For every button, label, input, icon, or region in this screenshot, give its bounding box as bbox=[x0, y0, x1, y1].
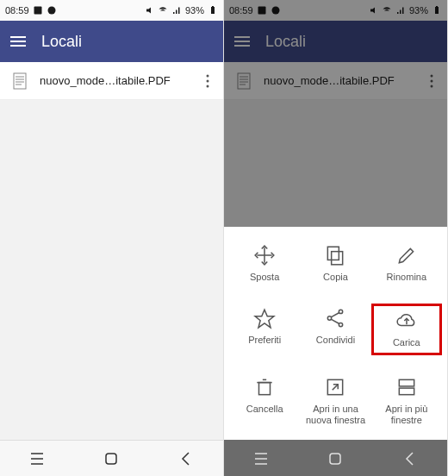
gallery-icon bbox=[257, 5, 267, 16]
status-battery: 93% bbox=[409, 5, 428, 16]
svg-rect-48 bbox=[330, 454, 340, 464]
action-label: Apri in più finestre bbox=[373, 404, 440, 426]
file-row[interactable]: nuovo_mode…itabile.PDF bbox=[224, 62, 447, 100]
svg-rect-16 bbox=[258, 7, 265, 15]
star-icon bbox=[253, 307, 276, 329]
svg-rect-3 bbox=[212, 6, 214, 7]
trash-icon bbox=[253, 376, 276, 398]
back-button[interactable] bbox=[176, 448, 196, 469]
share-action[interactable]: Condividi bbox=[300, 304, 370, 354]
file-name: nuovo_mode…itabile.PDF bbox=[40, 74, 192, 87]
svg-rect-19 bbox=[436, 6, 438, 7]
svg-rect-30 bbox=[332, 252, 343, 265]
whatsapp-icon bbox=[47, 5, 57, 16]
favorites-action[interactable]: Preferiti bbox=[229, 304, 300, 354]
svg-rect-44 bbox=[399, 388, 414, 395]
back-button[interactable] bbox=[400, 448, 420, 469]
action-label: Cancella bbox=[246, 404, 283, 415]
status-bar: 08:59 93% bbox=[224, 0, 447, 21]
nav-bar bbox=[224, 440, 447, 476]
status-battery: 93% bbox=[185, 5, 204, 16]
pdf-icon bbox=[9, 70, 31, 92]
home-button[interactable] bbox=[325, 448, 345, 469]
action-sheet: Sposta Copia Rinomina Preferiti Condivid… bbox=[224, 227, 447, 440]
whatsapp-icon bbox=[271, 5, 281, 16]
svg-line-36 bbox=[332, 313, 340, 317]
status-time: 08:59 bbox=[5, 5, 29, 16]
svg-rect-15 bbox=[106, 454, 116, 464]
more-icon[interactable] bbox=[201, 74, 215, 88]
open-external-icon bbox=[324, 376, 346, 398]
svg-point-25 bbox=[431, 74, 433, 77]
svg-rect-20 bbox=[238, 73, 250, 89]
move-action[interactable]: Sposta bbox=[229, 241, 300, 286]
svg-rect-2 bbox=[211, 7, 215, 14]
svg-rect-43 bbox=[399, 379, 414, 386]
recents-button[interactable] bbox=[27, 448, 47, 469]
action-label: Carica bbox=[393, 337, 420, 348]
svg-rect-0 bbox=[34, 7, 41, 15]
svg-point-26 bbox=[431, 79, 433, 82]
delete-action[interactable]: Cancella bbox=[229, 373, 300, 429]
wifi-icon bbox=[158, 5, 168, 16]
signal-icon bbox=[395, 5, 406, 16]
upload-action[interactable]: Carica bbox=[371, 304, 442, 354]
action-label: Sposta bbox=[250, 272, 279, 283]
screen-left: 08:59 93% Locali nuovo_mode…itabile.PDF bbox=[0, 0, 224, 476]
copy-icon bbox=[324, 244, 346, 266]
split-window-icon bbox=[395, 376, 418, 398]
file-list: nuovo_mode…itabile.PDF bbox=[0, 62, 223, 440]
home-button[interactable] bbox=[101, 448, 121, 469]
gallery-icon bbox=[33, 5, 43, 16]
more-icon[interactable] bbox=[425, 74, 439, 88]
move-icon bbox=[253, 244, 276, 266]
battery-icon bbox=[432, 5, 442, 16]
nav-bar bbox=[0, 440, 223, 476]
copy-action[interactable]: Copia bbox=[300, 241, 370, 286]
app-bar: Locali bbox=[0, 21, 223, 62]
app-bar: Locali bbox=[224, 21, 447, 62]
mute-icon bbox=[144, 5, 154, 16]
open-multi-window-action[interactable]: Apri in più finestre bbox=[371, 373, 442, 429]
action-label: Apri in una nuova finestra bbox=[302, 404, 369, 426]
battery-icon bbox=[208, 5, 218, 16]
pencil-icon bbox=[395, 244, 418, 266]
svg-point-11 bbox=[207, 85, 209, 87]
action-label: Condividi bbox=[316, 335, 355, 346]
action-label: Rinomina bbox=[387, 272, 426, 283]
svg-point-1 bbox=[47, 7, 55, 15]
action-label: Preferiti bbox=[248, 335, 281, 346]
file-name: nuovo_mode…itabile.PDF bbox=[264, 74, 416, 87]
app-title: Locali bbox=[41, 33, 82, 51]
status-time: 08:59 bbox=[229, 5, 253, 16]
svg-point-10 bbox=[207, 79, 209, 82]
action-label: Copia bbox=[323, 272, 348, 283]
svg-point-9 bbox=[207, 74, 209, 77]
pdf-icon bbox=[233, 70, 255, 92]
status-bar: 08:59 93% bbox=[0, 0, 223, 21]
svg-point-17 bbox=[271, 7, 279, 15]
open-new-window-action[interactable]: Apri in una nuova finestra bbox=[300, 373, 370, 429]
svg-rect-39 bbox=[259, 382, 271, 394]
signal-icon bbox=[171, 5, 182, 16]
svg-point-27 bbox=[431, 85, 433, 87]
file-row[interactable]: nuovo_mode…itabile.PDF bbox=[0, 62, 223, 100]
svg-rect-18 bbox=[435, 7, 439, 14]
share-icon bbox=[324, 307, 346, 329]
menu-icon[interactable] bbox=[234, 36, 250, 47]
rename-action[interactable]: Rinomina bbox=[371, 241, 442, 286]
svg-rect-31 bbox=[328, 247, 339, 260]
wifi-icon bbox=[382, 5, 392, 16]
screen-right: 08:59 93% Locali nuovo_mode…itabile.PDF bbox=[224, 0, 448, 476]
cloud-upload-icon bbox=[395, 310, 418, 332]
svg-marker-32 bbox=[255, 310, 274, 329]
svg-line-37 bbox=[332, 320, 340, 324]
mute-icon bbox=[368, 5, 378, 16]
menu-icon[interactable] bbox=[10, 36, 26, 47]
svg-rect-4 bbox=[14, 73, 26, 89]
recents-button[interactable] bbox=[251, 448, 271, 469]
app-title: Locali bbox=[265, 33, 306, 51]
